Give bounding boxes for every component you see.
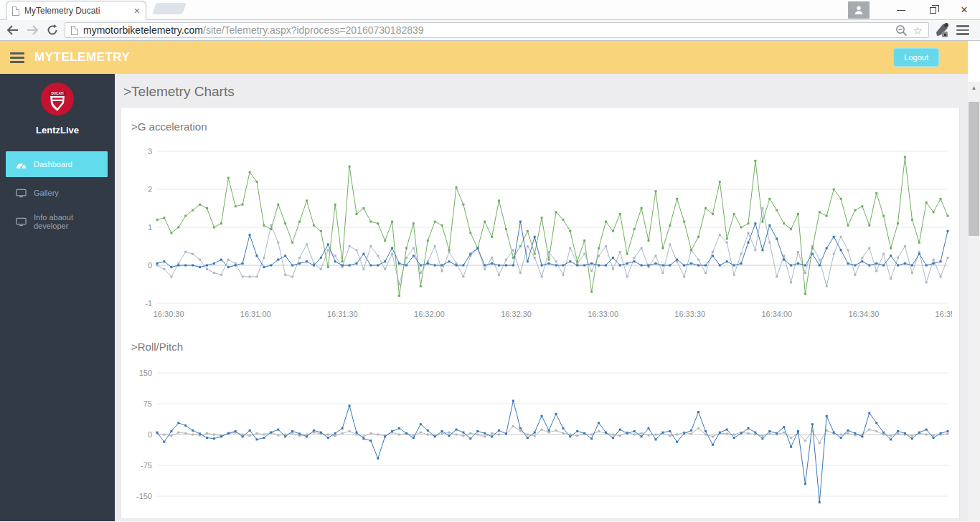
- forward-button[interactable]: [24, 22, 40, 38]
- sidebar-item-gallery[interactable]: Gallery: [6, 180, 108, 206]
- svg-text:3: 3: [148, 147, 152, 156]
- tab-close-icon[interactable]: ×: [134, 6, 140, 16]
- g-acceleration-chart[interactable]: 3210-116:30:3016:31:0016:31:3016:32:0016…: [130, 143, 952, 322]
- svg-text:16:34:30: 16:34:30: [849, 310, 880, 318]
- web-app: MYTELEMETRY Logout DUCATI LentzLive: [0, 41, 980, 521]
- app-header: MYTELEMETRY Logout: [0, 41, 968, 74]
- svg-text:16:31:00: 16:31:00: [240, 310, 271, 318]
- svg-text:-1: -1: [145, 299, 152, 308]
- browser-menu-icon[interactable]: [956, 25, 969, 35]
- ducati-logo: DUCATI: [0, 74, 115, 119]
- sidebar-item-label: Info abaout developer: [34, 213, 108, 230]
- page-scrollbar[interactable]: ▲ ▼: [968, 82, 980, 522]
- eyedropper-extension-icon[interactable]: [933, 22, 949, 38]
- speedometer-icon: [16, 160, 27, 169]
- svg-text:16:32:00: 16:32:00: [414, 310, 445, 318]
- svg-text:16:33:00: 16:33:00: [588, 310, 618, 318]
- logout-button[interactable]: Logout: [893, 48, 939, 67]
- page-favicon: [12, 6, 19, 16]
- bookmark-star-icon[interactable]: ☆: [913, 25, 923, 36]
- svg-text:0: 0: [148, 430, 152, 439]
- monitor-icon: [16, 217, 27, 227]
- address-bar[interactable]: mymotorbiketelemetry.com/site/Telemetry.…: [65, 22, 929, 38]
- svg-text:1: 1: [148, 223, 152, 232]
- page-icon: [71, 26, 78, 35]
- browser-toolbar: mymotorbiketelemetry.com/site/Telemetry.…: [0, 20, 980, 41]
- page-title: >Telemetry Charts: [115, 74, 968, 107]
- browser-window: MyTelemetry Ducati × ×: [0, 0, 980, 522]
- chart-title-roll-pitch: >Roll/Pitch: [131, 341, 951, 353]
- sidebar-item-dashboard[interactable]: Dashboard: [6, 151, 108, 177]
- g-acceleration-section: >G acceleration 3210-116:30:3016:31:0016…: [130, 120, 951, 322]
- svg-text:16:31:30: 16:31:30: [327, 310, 358, 318]
- person-icon: [854, 5, 864, 15]
- restore-button[interactable]: [917, 0, 948, 20]
- svg-text:150: 150: [139, 369, 152, 377]
- main-content: >Telemetry Charts >G acceleration 3210-1…: [115, 74, 968, 521]
- svg-text:16:34:00: 16:34:00: [761, 310, 792, 318]
- svg-text:16:32:30: 16:32:30: [501, 310, 532, 318]
- svg-text:0: 0: [148, 261, 152, 270]
- minimize-button[interactable]: [885, 0, 917, 20]
- new-tab-button[interactable]: [152, 3, 187, 14]
- app-brand: MYTELEMETRY: [34, 50, 130, 65]
- roll-pitch-chart[interactable]: 150750-75-150: [130, 363, 952, 517]
- reload-button[interactable]: [44, 22, 60, 38]
- chart-title-g-acceleration: >G acceleration: [131, 120, 951, 133]
- sidebar-item-info-developer[interactable]: Info abaout developer: [6, 209, 108, 234]
- close-button[interactable]: ×: [948, 0, 980, 20]
- sidebar-item-label: Dashboard: [34, 160, 72, 169]
- browser-tab[interactable]: MyTelemetry Ducati ×: [6, 1, 146, 20]
- svg-text:DUCATI: DUCATI: [51, 92, 63, 95]
- charts-panel: >G acceleration 3210-116:30:3016:31:0016…: [121, 107, 960, 519]
- scrollbar-thumb[interactable]: [969, 102, 979, 236]
- svg-text:16:30:30: 16:30:30: [154, 310, 184, 318]
- browser-titlebar: MyTelemetry Ducati × ×: [0, 0, 980, 20]
- svg-text:16:35:00: 16:35:00: [936, 310, 952, 318]
- sidebar-toggle-icon[interactable]: [10, 52, 24, 63]
- roll-pitch-section: >Roll/Pitch 150750-75-150: [130, 341, 951, 517]
- username: LentzLive: [0, 125, 115, 136]
- sidebar: DUCATI LentzLive Dashboard: [0, 74, 115, 521]
- svg-text:-150: -150: [136, 492, 152, 500]
- zoom-out-icon[interactable]: [895, 24, 908, 37]
- tab-title: MyTelemetry Ducati: [24, 6, 129, 16]
- svg-text:16:33:30: 16:33:30: [674, 310, 705, 318]
- profile-button[interactable]: [848, 1, 870, 19]
- scrollbar-up-icon[interactable]: ▲: [968, 82, 980, 94]
- svg-text:75: 75: [143, 399, 152, 408]
- monitor-icon: [16, 189, 27, 198]
- svg-text:2: 2: [148, 185, 152, 194]
- svg-text:-75: -75: [141, 461, 152, 470]
- back-button[interactable]: [4, 22, 20, 38]
- sidebar-item-label: Gallery: [34, 189, 59, 197]
- url-text[interactable]: mymotorbiketelemetry.com/site/Telemetry.…: [83, 24, 890, 36]
- sidebar-menu: Dashboard Gallery In: [0, 151, 115, 234]
